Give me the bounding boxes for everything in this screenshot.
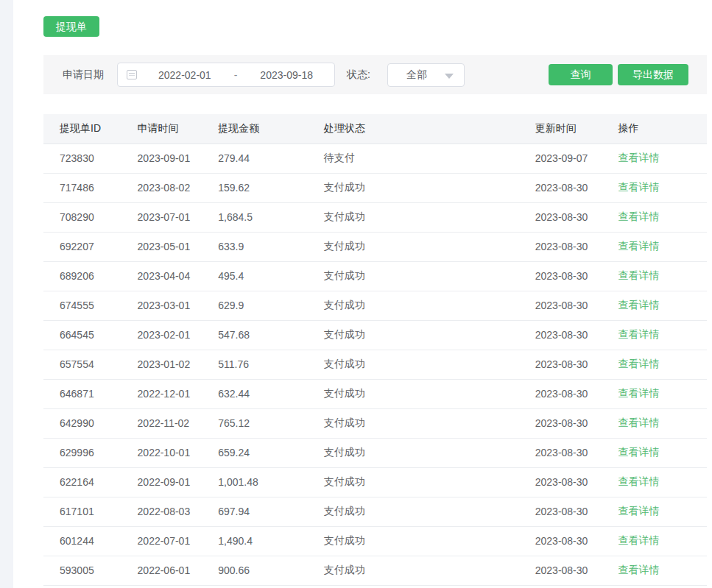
apply-time-cell: 2023-02-01 (121, 320, 202, 350)
action-cell: 查看详情 (602, 320, 707, 350)
view-details-link[interactable]: 查看详情 (618, 210, 659, 222)
apply-time-cell: 2022-07-01 (121, 526, 202, 556)
query-button[interactable]: 查询 (549, 64, 613, 85)
action-cell: 查看详情 (602, 144, 707, 173)
apply-time-cell: 2023-04-04 (121, 261, 202, 291)
update-time-cell: 2023-08-30 (519, 497, 602, 526)
withdraw-id-cell: 642990 (43, 408, 121, 438)
view-details-link[interactable]: 查看详情 (618, 475, 659, 487)
update-time-cell: 2023-08-30 (519, 202, 602, 232)
update-time-cell: 2023-08-30 (519, 261, 602, 291)
status-cell: 支付成功 (308, 467, 519, 497)
update-time-cell: 2023-08-30 (519, 467, 602, 497)
view-details-link[interactable]: 查看详情 (618, 152, 659, 163)
apply-time-cell: 2022-12-01 (121, 379, 202, 408)
amount-cell: 900.66 (202, 556, 308, 585)
update-time-cell: 2023-09-07 (519, 144, 602, 173)
action-cell: 查看详情 (602, 526, 707, 556)
view-details-link[interactable]: 查看详情 (618, 505, 659, 517)
status-cell: 支付成功 (308, 379, 519, 408)
update-time-cell: 2023-08-30 (519, 526, 602, 556)
status-cell: 支付成功 (308, 556, 519, 585)
withdraw-id-cell: 601244 (43, 526, 121, 556)
status-label: 状态: (347, 68, 370, 82)
amount-cell: 1,684.5 (202, 202, 308, 232)
amount-cell: 629.9 (202, 291, 308, 320)
table-row: 6645452023-02-01547.68支付成功2023-08-30查看详情 (43, 320, 707, 350)
column-header: 更新时间 (519, 114, 602, 144)
update-time-cell: 2023-08-30 (519, 556, 602, 585)
view-details-link[interactable]: 查看详情 (618, 564, 659, 575)
withdrawal-orders-table: 提现单ID申请时间提现金额处理状态更新时间操作 7238302023-09-01… (43, 114, 707, 586)
tab-withdrawal-orders[interactable]: 提现单 (43, 16, 99, 37)
withdraw-id-cell: 723830 (43, 144, 121, 173)
withdraw-id-cell: 657554 (43, 350, 121, 379)
action-cell: 查看详情 (602, 438, 707, 467)
amount-cell: 1,490.4 (202, 526, 308, 556)
apply-time-cell: 2022-11-02 (121, 408, 202, 438)
update-time-cell: 2023-08-30 (519, 408, 602, 438)
filter-bar: 申请日期 2022-02-01 - 2023-09-18 状态: 全部 查询 导… (43, 55, 707, 94)
table-row: 6171012022-08-03697.94支付成功2023-08-30查看详情 (43, 497, 707, 526)
caret-down-icon (445, 74, 454, 79)
view-details-link[interactable]: 查看详情 (618, 358, 659, 369)
view-details-link[interactable]: 查看详情 (618, 328, 659, 340)
action-cell: 查看详情 (602, 497, 707, 526)
status-select[interactable]: 全部 (387, 63, 465, 87)
table-header-row: 提现单ID申请时间提现金额处理状态更新时间操作 (43, 114, 707, 144)
status-cell: 支付成功 (308, 202, 519, 232)
amount-cell: 1,001.48 (202, 467, 308, 497)
view-details-link[interactable]: 查看详情 (618, 181, 659, 193)
main-content: 提现单 申请日期 2022-02-01 - 2023-09-18 状态: 全部 … (43, 0, 707, 586)
update-time-cell: 2023-08-30 (519, 320, 602, 350)
status-cell: 支付成功 (308, 497, 519, 526)
apply-time-cell: 2023-08-02 (121, 173, 202, 202)
date-end-value[interactable]: 2023-09-18 (239, 69, 334, 81)
column-header: 申请时间 (121, 114, 202, 144)
update-time-cell: 2023-08-30 (519, 173, 602, 202)
amount-cell: 511.76 (202, 350, 308, 379)
date-start-value[interactable]: 2022-02-01 (137, 69, 233, 81)
table-row: 7238302023-09-01279.44待支付2023-09-07查看详情 (43, 144, 707, 173)
amount-cell: 659.24 (202, 438, 308, 467)
withdraw-id-cell: 708290 (43, 202, 121, 232)
date-range-picker[interactable]: 2022-02-01 - 2023-09-18 (117, 63, 335, 87)
apply-time-cell: 2022-08-03 (121, 497, 202, 526)
view-details-link[interactable]: 查看详情 (618, 417, 659, 428)
table-row: 6745552023-03-01629.9支付成功2023-08-30查看详情 (43, 291, 707, 320)
calendar-icon (127, 70, 137, 79)
status-cell: 支付成功 (308, 526, 519, 556)
amount-cell: 632.44 (202, 379, 308, 408)
page-left-gutter (0, 0, 13, 588)
action-cell: 查看详情 (602, 202, 707, 232)
update-time-cell: 2023-08-30 (519, 232, 602, 261)
view-details-link[interactable]: 查看详情 (618, 299, 659, 311)
withdraw-id-cell: 689206 (43, 261, 121, 291)
update-time-cell: 2023-08-30 (519, 350, 602, 379)
status-cell: 支付成功 (308, 320, 519, 350)
withdraw-id-cell: 617101 (43, 497, 121, 526)
view-details-link[interactable]: 查看详情 (618, 387, 659, 399)
apply-time-cell: 2023-07-01 (121, 202, 202, 232)
amount-cell: 633.9 (202, 232, 308, 261)
export-data-button[interactable]: 导出数据 (618, 64, 688, 85)
status-cell: 支付成功 (308, 438, 519, 467)
status-cell: 支付成功 (308, 350, 519, 379)
view-details-link[interactable]: 查看详情 (618, 446, 659, 458)
column-header: 操作 (602, 114, 707, 144)
table-row: 7082902023-07-011,684.5支付成功2023-08-30查看详… (43, 202, 707, 232)
status-selected-value: 全部 (388, 68, 427, 82)
table-row: 6299962022-10-01659.24支付成功2023-08-30查看详情 (43, 438, 707, 467)
action-cell: 查看详情 (602, 350, 707, 379)
table-row: 6922072023-05-01633.9支付成功2023-08-30查看详情 (43, 232, 707, 261)
action-cell: 查看详情 (602, 379, 707, 408)
view-details-link[interactable]: 查看详情 (618, 240, 659, 252)
action-cell: 查看详情 (602, 173, 707, 202)
status-cell: 支付成功 (308, 291, 519, 320)
table-row: 6012442022-07-011,490.4支付成功2023-08-30查看详… (43, 526, 707, 556)
view-details-link[interactable]: 查看详情 (618, 269, 659, 281)
withdraw-id-cell: 664545 (43, 320, 121, 350)
withdraw-id-cell: 646871 (43, 379, 121, 408)
amount-cell: 495.4 (202, 261, 308, 291)
view-details-link[interactable]: 查看详情 (618, 534, 659, 546)
